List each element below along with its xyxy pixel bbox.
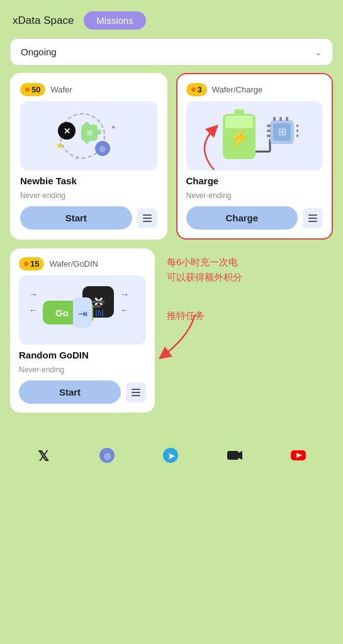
godin-category: Wafer/GoDIN [49,259,98,269]
wafer-badge: 50 [20,83,45,96]
svg-rect-36 [308,221,317,222]
svg-text:→: → [120,289,129,299]
godin-card: 15 Wafer/GoDIN → ← → ← ✕ Go [10,248,155,413]
svg-rect-27 [296,125,298,127]
svg-rect-6 [96,130,101,135]
svg-marker-59 [239,451,242,460]
video-nav-icon[interactable] [226,447,244,467]
bottom-row: 15 Wafer/GoDIN → ← → ← ✕ Go [0,248,343,413]
svg-rect-32 [286,117,288,121]
svg-rect-4 [84,122,89,127]
svg-rect-26 [267,135,271,137]
svg-rect-14 [143,218,152,219]
telegram-nav-icon[interactable]: ➤ [162,447,179,467]
wafer-start-button[interactable]: Start [20,206,132,230]
godin-image: → ← → ← ✕ Go ⇥ IN [19,275,146,345]
svg-text:◎: ◎ [99,145,106,152]
godin-start-button[interactable]: Start [19,380,121,404]
svg-rect-34 [308,214,317,216]
badge-dot-3 [24,262,28,266]
svg-rect-35 [308,218,317,219]
filter-dropdown-wrap: Ongoing ⌄ [10,38,333,65]
svg-rect-51 [132,392,140,393]
charge-badge-value: 3 [198,85,202,94]
wafer-illustration-svg: ✕ ⊞ ◎ ★ ✦ • [45,104,133,167]
svg-rect-58 [227,451,239,460]
svg-text:★: ★ [56,140,64,150]
charge-footer: Charge [186,206,323,230]
svg-text:➤: ➤ [167,450,176,461]
godin-card-header: 15 Wafer/GoDIN [19,257,146,270]
charge-subtitle: Never-ending [186,191,323,200]
svg-rect-15 [143,221,152,222]
chevron-down-icon: ⌄ [315,47,322,57]
charge-category: Wafer/Charge [212,85,262,94]
annotation-text-1: 每6小时充一次电可以获得额外积分 [167,255,242,285]
wafer-badge-value: 50 [31,85,40,94]
charge-detail-icon[interactable] [303,208,323,228]
badge-dot [25,87,30,92]
wafer-category: Wafer [50,85,72,94]
wafer-title: Newbie Task [20,175,157,186]
list-icon-3 [130,387,142,398]
svg-text:IN: IN [95,308,104,318]
twitter-nav-icon[interactable]: 𝕏 [36,447,52,466]
list-icon-2 [307,213,318,224]
svg-text:⊞: ⊞ [278,126,286,137]
svg-text:✦: ✦ [111,124,116,131]
dropdown-value: Ongoing [21,47,57,57]
svg-rect-28 [296,130,298,132]
list-icon [142,213,153,224]
charge-card-header: 3 Wafer/Charge [186,83,323,96]
svg-rect-5 [84,138,89,143]
wafer-detail-icon[interactable] [137,208,157,228]
header: xData Space Missions [0,0,343,36]
discord-icon: ◎ [98,447,116,464]
charge-button[interactable]: Charge [186,206,298,230]
annotation-text-2: 推特任务 [167,308,205,323]
charge-title: Charge [186,175,323,186]
svg-text:𝕏: 𝕏 [38,448,49,464]
svg-text:⇥: ⇥ [78,308,87,320]
svg-rect-24 [267,125,271,127]
svg-rect-13 [143,214,152,216]
godin-illustration-svg: → ← → ← ✕ Go ⇥ IN [23,279,142,341]
badge-dot-2 [191,87,196,92]
arrow-up-svg [176,123,252,173]
svg-text:⊞: ⊞ [86,129,92,136]
svg-rect-25 [267,130,271,132]
wafer-image: ✕ ⊞ ◎ ★ ✦ • [20,101,157,170]
bottom-nav: 𝕏 ◎ ➤ [0,438,343,478]
svg-text:Go: Go [55,308,69,318]
wafer-card-header: 50 Wafer [20,83,157,96]
svg-rect-52 [132,395,140,396]
godin-subtitle: Never-ending [19,365,146,374]
filter-dropdown[interactable]: Ongoing ⌄ [10,38,333,65]
svg-rect-17 [234,109,244,116]
svg-text:→: → [29,289,38,299]
godin-title: Random GoDIN [19,350,146,360]
godin-badge-value: 15 [30,259,39,269]
annotation-area: 每6小时充一次电可以获得额外积分 推特任务 [164,248,333,413]
godin-detail-icon[interactable] [126,382,146,402]
svg-rect-31 [279,117,282,121]
youtube-icon [290,447,307,464]
svg-rect-30 [273,117,276,121]
svg-rect-50 [132,389,140,390]
charge-badge: 3 [186,83,207,96]
svg-text:✕: ✕ [63,126,70,136]
svg-text:←: ← [29,305,38,315]
app-title: xData Space [13,14,74,27]
top-cards-grid: 50 Wafer ✕ ⊞ ◎ ★ [0,73,343,240]
video-icon [226,447,244,464]
wafer-footer: Start [20,206,157,230]
discord-nav-icon[interactable]: ◎ [98,447,116,467]
svg-text:•: • [76,155,78,161]
svg-text:←: ← [120,305,129,315]
svg-text:◎: ◎ [104,451,111,460]
youtube-nav-icon[interactable] [290,447,307,467]
missions-button[interactable]: Missions [84,11,145,30]
telegram-icon: ➤ [162,447,179,464]
wafer-card: 50 Wafer ✕ ⊞ ◎ ★ [10,73,167,240]
svg-rect-29 [296,135,298,137]
